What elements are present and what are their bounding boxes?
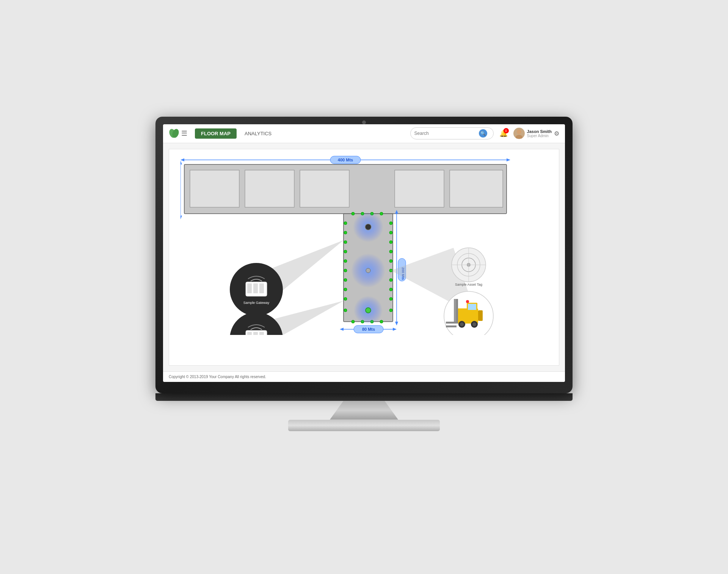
svg-point-28 [344, 269, 347, 272]
svg-marker-17 [180, 161, 182, 164]
svg-rect-96 [446, 322, 457, 324]
monitor-wrapper: ☰ FLOOR MAP ANALYTICS 🔍 🔔 0 [155, 117, 573, 458]
logo-icon [169, 128, 179, 139]
svg-point-99 [460, 322, 464, 326]
svg-rect-79 [259, 332, 264, 335]
stand-base [288, 420, 440, 431]
main-content: 400 Mts 80 Mts [163, 143, 565, 371]
svg-point-2 [517, 130, 521, 134]
svg-point-30 [344, 288, 347, 291]
svg-rect-93 [478, 310, 483, 321]
svg-point-27 [344, 260, 347, 263]
tab-analytics[interactable]: ANALYTICS [238, 128, 278, 139]
svg-point-32 [344, 309, 347, 312]
svg-text:80 Mts: 80 Mts [362, 327, 375, 332]
svg-point-46 [380, 212, 383, 215]
svg-point-101 [472, 322, 476, 326]
svg-rect-10 [450, 170, 503, 207]
svg-rect-8 [300, 170, 349, 207]
svg-point-36 [389, 250, 392, 253]
svg-marker-63 [340, 328, 344, 331]
svg-rect-70 [247, 283, 252, 293]
svg-point-39 [389, 278, 392, 282]
svg-point-26 [344, 250, 347, 253]
svg-point-23 [344, 222, 347, 225]
svg-point-55 [366, 268, 370, 273]
settings-icon[interactable]: ⚙ [554, 130, 559, 137]
svg-marker-59 [395, 322, 398, 325]
footer-text: Copyright © 2013-2019 Your Company All r… [169, 375, 266, 379]
svg-text:400 Mts: 400 Mts [338, 158, 353, 162]
svg-rect-78 [253, 332, 258, 335]
nav-tabs: FLOOR MAP ANALYTICS [195, 128, 278, 139]
tab-floor-map[interactable]: FLOOR MAP [195, 128, 237, 139]
screen: ☰ FLOOR MAP ANALYTICS 🔍 🔔 0 [163, 124, 565, 382]
svg-point-24 [344, 231, 347, 234]
avatar [513, 128, 525, 139]
stand-neck [330, 401, 398, 420]
svg-marker-18 [180, 216, 182, 219]
search-button[interactable]: 🔍 [479, 129, 487, 138]
search-icon: 🔍 [480, 131, 486, 136]
svg-point-31 [344, 297, 347, 300]
svg-point-40 [389, 288, 392, 291]
svg-point-41 [389, 297, 392, 300]
svg-rect-95 [454, 299, 456, 324]
monitor-bezel: ☰ FLOOR MAP ANALYTICS 🔍 🔔 0 [155, 117, 573, 393]
svg-point-3 [516, 135, 522, 139]
svg-point-35 [389, 241, 392, 244]
svg-text:Sample Asset Tag: Sample Asset Tag [455, 283, 482, 286]
floor-map-svg: 400 Mts 80 Mts [180, 153, 522, 335]
navbar: ☰ FLOOR MAP ANALYTICS 🔍 🔔 0 [163, 124, 565, 143]
user-role: Super Admin [527, 134, 552, 138]
svg-point-42 [389, 309, 392, 312]
logo-area: ☰ [169, 128, 187, 139]
svg-marker-13 [507, 158, 510, 161]
svg-marker-12 [180, 158, 184, 161]
svg-point-50 [380, 320, 383, 323]
svg-rect-71 [253, 283, 258, 293]
search-container: 🔍 [410, 127, 494, 139]
user-area: Jason Smith Super Admin ⚙ [513, 128, 559, 139]
svg-rect-9 [395, 170, 444, 207]
svg-point-56 [366, 308, 371, 313]
svg-point-43 [351, 212, 355, 215]
svg-point-25 [344, 241, 347, 244]
svg-point-34 [389, 231, 392, 234]
hamburger-icon[interactable]: ☰ [181, 129, 187, 138]
svg-point-37 [389, 260, 392, 263]
svg-rect-72 [259, 283, 264, 293]
svg-point-33 [389, 222, 392, 225]
svg-point-29 [344, 278, 347, 282]
notification-button[interactable]: 🔔 0 [497, 127, 510, 139]
svg-rect-6 [190, 170, 239, 207]
svg-point-47 [351, 320, 355, 323]
svg-point-102 [466, 300, 469, 303]
svg-rect-77 [247, 332, 252, 335]
search-input[interactable] [414, 131, 479, 136]
notification-badge: 0 [504, 128, 509, 133]
user-name: Jason Smith [527, 129, 552, 134]
svg-marker-64 [393, 328, 397, 331]
svg-rect-97 [446, 325, 457, 327]
svg-text:Sample Gateway: Sample Gateway [243, 301, 270, 305]
svg-rect-7 [245, 170, 294, 207]
svg-rect-92 [468, 304, 476, 310]
floor-map-container: 400 Mts 80 Mts [169, 149, 559, 366]
user-info: Jason Smith Super Admin [527, 129, 552, 138]
svg-point-54 [365, 224, 371, 230]
monitor-chin [155, 393, 573, 401]
footer: Copyright © 2013-2019 Your Company All r… [163, 371, 565, 382]
